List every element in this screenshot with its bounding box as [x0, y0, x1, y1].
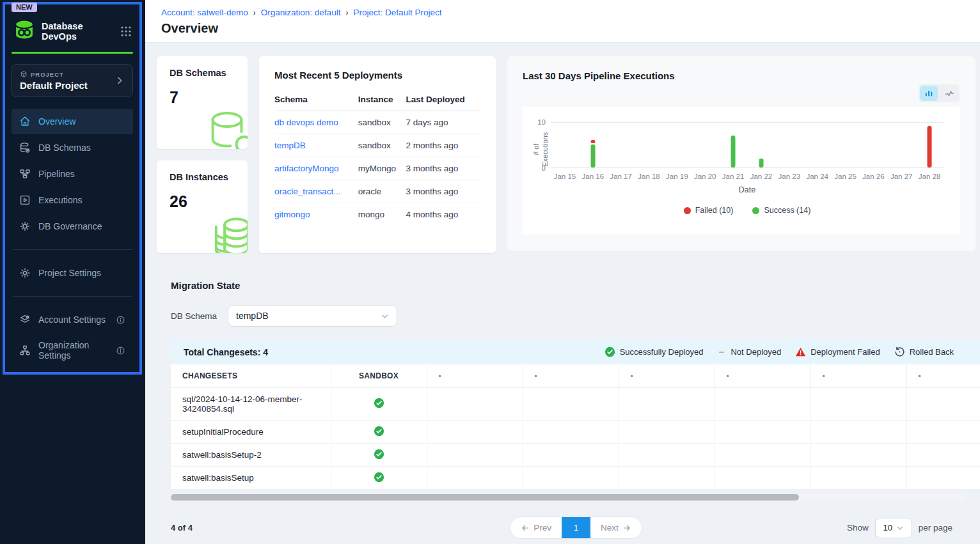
chart-title: Last 30 Days Pipeline Executions [523, 70, 960, 81]
sidebar-item-db-governance[interactable]: DB Governance [12, 214, 133, 239]
sidebar-item-organization-settings[interactable]: Organization Settings [12, 333, 133, 368]
empty-cell [619, 388, 715, 421]
x-axis-labels: Jan 15Jan 16Jan 17Jan 18Jan 19Jan 20Jan … [551, 173, 944, 180]
success-bar[interactable] [731, 136, 736, 167]
sidebar-item-project-settings[interactable]: Project Settings [12, 260, 133, 286]
sidebar-item-account-settings[interactable]: Account Settings [12, 307, 133, 332]
instance-cell: sandbox [358, 134, 406, 157]
schema-link[interactable]: oracle_transact... [274, 187, 341, 196]
table-row: oracle_transact...oracle3 months ago [274, 180, 480, 203]
changeset-name-cell: satwell:basisSetup-2 [171, 444, 331, 467]
empty-cell [906, 467, 980, 490]
page-size-select[interactable]: 10 [875, 518, 912, 538]
db-single-icon [207, 111, 248, 149]
sidebar-item-label: Project Settings [38, 268, 125, 278]
last-deployed-cell: 3 months ago [406, 157, 480, 180]
x-tick-label: Jan 28 [915, 173, 944, 180]
project-label: PROJECT [31, 71, 64, 78]
info-icon[interactable] [116, 346, 125, 355]
empty-cell [810, 388, 906, 421]
success-bar[interactable] [759, 159, 763, 167]
y-tick-0: 0 [542, 164, 546, 172]
sidebar-item-executions[interactable]: Executions [12, 187, 133, 213]
x-tick-label: Jan 27 [887, 173, 915, 180]
schema-link[interactable]: artifactoryMongo [274, 164, 339, 173]
legend-item[interactable]: Failed (10) [684, 206, 734, 215]
status-legend-label: Deployment Failed [810, 347, 880, 357]
breadcrumb-link[interactable]: Project: Default Project [353, 8, 441, 17]
project-selector[interactable]: PROJECT Default Project [12, 64, 133, 97]
executions-icon [19, 194, 31, 206]
schema-link[interactable]: gitmongo [274, 210, 310, 219]
empty-cell [523, 388, 619, 421]
status-legend: Successfully DeployedNot DeployedDeploym… [605, 346, 954, 357]
chevron-right-icon [115, 75, 125, 86]
failed-bar[interactable] [590, 140, 595, 143]
breadcrumb-link[interactable]: Account: satwell-demo [161, 8, 248, 17]
y-tick-10: 10 [537, 118, 546, 126]
last-deployed-cell: 7 days ago [406, 111, 480, 134]
horizontal-scrollbar[interactable] [171, 494, 966, 501]
status-legend-label: Rolled Back [910, 347, 954, 357]
empty-cell [619, 467, 715, 490]
schema-link[interactable]: tempDB [274, 141, 306, 150]
breadcrumb-separator: › [345, 8, 348, 17]
bar-slot-jan-15 [551, 123, 579, 167]
empty-cell [906, 421, 980, 444]
cube-icon [20, 70, 28, 78]
page-header: Account: satwell-demo›Organization: defa… [145, 0, 980, 43]
changesets-table: CHANGESETSSANDBOX------ sql/2024-10-14-1… [171, 364, 980, 490]
bar-slot-jan-24 [803, 123, 832, 167]
table-row: artifactoryMongomyMongo3 months ago [274, 157, 480, 180]
empty-cell [619, 421, 715, 444]
prev-page-button[interactable]: Prev [510, 517, 562, 538]
line-chart-icon[interactable] [940, 86, 958, 101]
sidebar-item-pipelines[interactable]: Pipelines [12, 161, 133, 187]
changeset-name-cell: setupInitialProcedure [171, 421, 331, 444]
changeset-name-cell: satwell:basisSetup [171, 467, 331, 490]
app-grid-icon[interactable] [120, 26, 132, 37]
breadcrumb-link[interactable]: Organization: default [261, 8, 341, 17]
scrollbar-thumb[interactable] [171, 494, 799, 501]
sidebar-item-db-schemas[interactable]: DB Schemas [12, 135, 133, 160]
failed-bar[interactable] [928, 126, 932, 167]
sidebar-divider [13, 296, 132, 297]
bar-slot-jan-22 [747, 123, 775, 167]
bar-slot-jan-20 [691, 123, 719, 167]
db-schema-select[interactable]: tempDB [228, 305, 397, 327]
page-1-button[interactable]: 1 [562, 517, 590, 538]
chart-plot-panel: # of Executions 10 0 Jan 15Jan 16Jan 17J… [523, 107, 960, 235]
sidebar-item-label: Executions [38, 195, 125, 205]
bar-slot-jan-16 [579, 123, 607, 167]
database-icon [19, 142, 31, 153]
success-bar[interactable] [590, 144, 595, 167]
empty-cell [523, 444, 619, 467]
x-tick-label: Jan 26 [859, 173, 887, 180]
sidebar-item-label: DB Governance [38, 221, 125, 231]
table-row: sql/2024-10-14-12-06-member-34240854.sql [171, 388, 980, 421]
changesets-table-container: Total Changesets: 4 Successfully Deploye… [171, 339, 980, 490]
empty-cell [715, 388, 810, 421]
chart-legend: Failed (10)Success (14) [551, 206, 944, 215]
schema-link[interactable]: db devops demo [274, 118, 338, 127]
bar-slot-jan-21 [719, 123, 747, 167]
bar-chart-icon[interactable] [920, 86, 938, 101]
next-page-button[interactable]: Next [590, 517, 642, 538]
sidebar-item-overview[interactable]: Overview [12, 109, 133, 134]
sidebar-item-label: DB Schemas [38, 143, 125, 153]
table-row: db devops demosandbox7 days ago [274, 111, 480, 134]
dashboard-content: DB Schemas 7 DB Instances 26 Most Recent… [145, 43, 980, 544]
x-axis-title: Date [551, 185, 944, 194]
empty-cell [810, 444, 906, 467]
empty-cell [427, 444, 523, 467]
info-icon[interactable] [116, 315, 125, 325]
layers-icon [19, 314, 31, 325]
db-schema-selected-value: tempDB [236, 311, 381, 321]
legend-item[interactable]: Success (14) [752, 206, 810, 215]
x-tick-label: Jan 16 [579, 173, 607, 180]
bar-chart-plot: 10 0 [551, 122, 944, 168]
x-tick-label: Jan 17 [607, 173, 635, 180]
x-tick-label: Jan 19 [663, 173, 691, 180]
deployments-column-header: Last Deployed [406, 89, 480, 111]
x-tick-label: Jan 21 [719, 173, 747, 180]
